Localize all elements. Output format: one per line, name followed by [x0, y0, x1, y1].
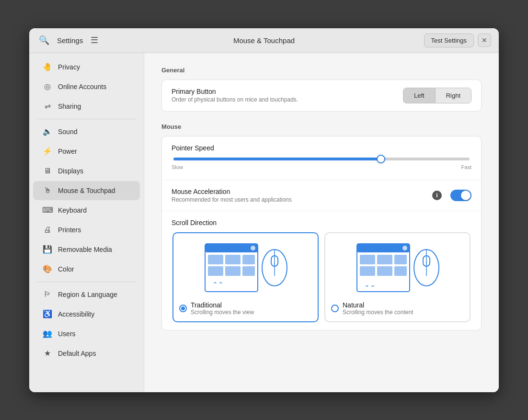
traditional-svg: ⌃⌃ ↓: [200, 241, 291, 294]
sidebar-item-printers[interactable]: 🖨 Printers: [33, 220, 140, 239]
sidebar-item-keyboard[interactable]: ⌨ Keyboard: [33, 201, 140, 220]
divider-2: [37, 282, 136, 282]
mouse-touchpad-icon: 🖱: [43, 186, 52, 195]
sidebar-item-default-apps[interactable]: ★ Default Apps: [33, 344, 140, 363]
pointer-speed-title: Pointer Speed: [172, 144, 214, 152]
svg-rect-21: [377, 266, 392, 276]
slider-fill: [173, 158, 381, 160]
svg-point-16: [402, 246, 407, 250]
primary-button-title: Primary Button: [172, 88, 403, 95]
close-button[interactable]: ✕: [478, 34, 491, 47]
primary-button-label: Primary Button Order of physical buttons…: [172, 88, 403, 103]
search-button[interactable]: 🔍: [37, 33, 51, 47]
default-apps-icon: ★: [43, 349, 52, 358]
svg-rect-22: [394, 266, 407, 276]
accessibility-icon: ♿: [43, 309, 52, 319]
info-icon[interactable]: i: [432, 191, 442, 200]
svg-rect-17: [360, 255, 375, 264]
main-content: General Primary Button Order of physical…: [144, 53, 499, 392]
sound-icon: 🔈: [43, 127, 52, 136]
scroll-option-natural[interactable]: ⌄⌄ ↑: [324, 232, 471, 322]
sidebar-item-privacy[interactable]: 🤚 Privacy: [33, 57, 140, 77]
natural-radio[interactable]: [331, 305, 339, 312]
mouse-acceleration-label: Mouse Acceleration Recommended for most …: [172, 188, 432, 203]
scroll-options: ⌃⌃ ↓: [162, 232, 481, 330]
traditional-option-text: Traditional Scrolling moves the view: [191, 301, 254, 316]
sidebar-item-displays[interactable]: 🖥 Displays: [33, 161, 140, 181]
sidebar-item-sound[interactable]: 🔈 Sound: [33, 122, 140, 141]
acceleration-toggle[interactable]: [450, 190, 471, 201]
primary-button-group: Left Right: [403, 88, 471, 103]
left-button[interactable]: Left: [403, 88, 436, 103]
right-button[interactable]: Right: [436, 88, 471, 103]
traditional-label: Traditional: [191, 301, 254, 309]
mouse-acceleration-desc: Recommended for most users and applicati…: [172, 196, 432, 203]
sidebar-label-region-language: Region & Language: [58, 291, 117, 298]
region-icon: 🏳: [43, 290, 52, 299]
sidebar-label-mouse-touchpad: Mouse & Touchpad: [58, 187, 115, 194]
svg-rect-15: [357, 244, 410, 252]
titlebar-left: 🔍 Settings ☰: [37, 33, 100, 47]
sidebar-item-power[interactable]: ⚡ Power: [33, 142, 140, 161]
svg-text:⌃⌃: ⌃⌃: [212, 281, 224, 288]
settings-window: 🔍 Settings ☰ Mouse & Touchpad Test Setti…: [29, 28, 499, 392]
natural-desc: Scrolling moves the content: [343, 309, 413, 316]
svg-rect-5: [242, 255, 255, 264]
svg-rect-1: [205, 244, 258, 252]
sidebar-label-sharing: Sharing: [58, 102, 81, 110]
test-settings-button[interactable]: Test Settings: [424, 34, 474, 47]
sidebar-item-online-accounts[interactable]: ◎ Online Accounts: [33, 77, 140, 96]
content-area: 🤚 Privacy ◎ Online Accounts ⇌ Sharing 🔈 …: [29, 53, 499, 392]
users-icon: 👥: [43, 329, 52, 339]
sidebar-label-printers: Printers: [58, 226, 81, 234]
traditional-radio[interactable]: [179, 305, 187, 312]
traditional-desc: Scrolling moves the view: [191, 309, 254, 316]
svg-rect-8: [242, 266, 255, 276]
divider-1: [37, 119, 136, 119]
primary-button-row: Primary Button Order of physical buttons…: [162, 80, 481, 111]
svg-point-2: [251, 246, 255, 250]
slow-label: Slow: [172, 164, 183, 170]
primary-button-desc: Order of physical buttons on mice and to…: [172, 96, 403, 103]
panel-title: Mouse & Touchpad: [233, 36, 295, 45]
sidebar-label-default-apps: Default Apps: [58, 350, 96, 357]
pointer-speed-row: Pointer Speed Slow Fast: [162, 136, 481, 180]
slider-thumb[interactable]: [377, 155, 385, 163]
mouse-section-title: Mouse: [161, 123, 482, 130]
removable-media-icon: 💾: [43, 245, 52, 254]
scroll-direction-title: Scroll Direction: [162, 211, 481, 232]
mouse-acceleration-title: Mouse Acceleration: [172, 188, 432, 195]
menu-button[interactable]: ☰: [89, 33, 100, 47]
sidebar-item-sharing[interactable]: ⇌ Sharing: [33, 97, 140, 116]
sidebar-item-accessibility[interactable]: ♿ Accessibility: [33, 305, 140, 324]
natural-illustration: ⌄⌄ ↑: [331, 239, 464, 296]
traditional-illustration: ⌃⌃ ↓: [179, 239, 312, 296]
svg-rect-6: [208, 266, 223, 276]
pointer-speed-slider-container: Slow Fast: [172, 156, 471, 172]
pointer-speed-track[interactable]: [173, 158, 470, 160]
scroll-option-traditional[interactable]: ⌃⌃ ↓: [172, 232, 319, 322]
sidebar-item-removable-media[interactable]: 💾 Removable Media: [33, 240, 140, 259]
svg-rect-3: [208, 255, 223, 264]
svg-rect-18: [377, 255, 392, 264]
svg-rect-4: [225, 255, 241, 264]
titlebar-actions: Test Settings ✕: [424, 34, 491, 47]
sidebar-label-privacy: Privacy: [58, 63, 80, 71]
svg-rect-7: [225, 266, 241, 276]
sidebar-item-color[interactable]: 🎨 Color: [33, 260, 140, 279]
sidebar-label-sound: Sound: [58, 128, 77, 136]
color-icon: 🎨: [43, 264, 52, 274]
sidebar-label-removable-media: Removable Media: [58, 246, 112, 253]
sidebar-item-users[interactable]: 👥 Users: [33, 324, 140, 343]
printers-icon: 🖨: [43, 225, 52, 235]
sidebar-item-mouse-touchpad[interactable]: 🖱 Mouse & Touchpad: [33, 181, 140, 200]
sidebar-label-power: Power: [58, 148, 77, 155]
sidebar-item-region-language[interactable]: 🏳 Region & Language: [33, 285, 140, 304]
acceleration-controls: i: [432, 190, 471, 201]
sidebar-label-displays: Displays: [58, 167, 83, 175]
svg-rect-19: [394, 255, 407, 264]
natural-option-text: Natural Scrolling moves the content: [343, 301, 413, 316]
scroll-direction-section: Scroll Direction: [162, 211, 481, 330]
sidebar-label-users: Users: [58, 330, 76, 338]
sharing-icon: ⇌: [43, 102, 52, 111]
